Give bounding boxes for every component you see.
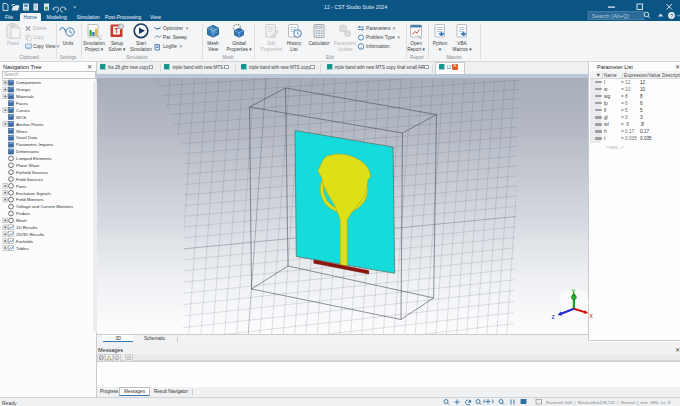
svg-text:T: T <box>115 27 119 34</box>
svg-text:?: ? <box>670 13 673 19</box>
svg-text:x: x <box>590 312 594 319</box>
svg-text:z: z <box>552 313 555 320</box>
